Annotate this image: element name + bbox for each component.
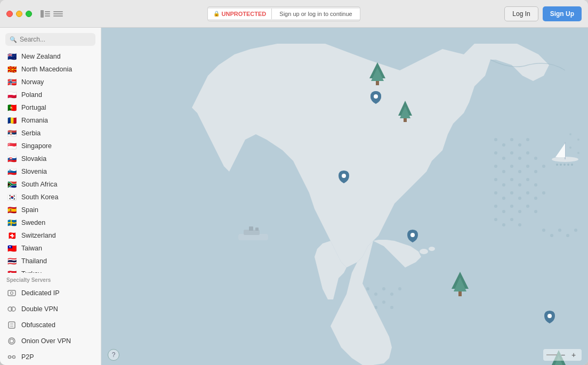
titlebar: 🔒 UNPROTECTED Sign up or log in to conti… [0,0,588,28]
specialty-item[interactable]: Obfuscated [0,317,101,333]
list-icon[interactable] [53,10,63,18]
svg-point-51 [494,205,497,208]
svg-rect-0 [41,10,44,18]
country-item[interactable]: 🇨🇭Switzerland [0,229,101,242]
country-item[interactable]: 🇳🇿New Zealand [0,50,101,63]
specialty-item[interactable]: Double VPN [0,301,101,317]
country-flag: 🇹🇼 [6,245,17,252]
country-flag: 🇨🇭 [6,232,17,239]
country-item[interactable]: 🇳🇴Norway [0,76,101,88]
country-name: Slovakia [21,155,46,163]
bottom-bar: ? − + [101,349,588,361]
svg-point-31 [494,165,497,168]
svg-point-108 [410,233,415,237]
country-item[interactable]: 🇪🇸Spain [0,204,101,216]
svg-rect-2 [45,13,50,14]
login-button[interactable]: Log In [504,6,538,21]
country-flag: 🇷🇴 [6,117,17,124]
country-name: Romania [21,117,48,124]
country-name: Sweden [21,219,45,226]
country-flag: 🇿🇦 [6,181,17,188]
svg-point-15 [10,339,14,343]
svg-point-37 [542,165,545,168]
sidebar-icon[interactable] [41,10,50,18]
svg-point-14 [9,338,15,344]
unprotected-label: UNPROTECTED [222,11,267,17]
svg-rect-6 [53,15,63,17]
sidebar-toggle-icons [41,10,63,18]
country-name: Poland [21,91,42,99]
svg-point-107 [342,174,346,178]
fullscreen-button[interactable] [26,11,32,17]
country-item[interactable]: 🇸🇬Singapore [0,140,101,152]
svg-point-59 [510,218,513,221]
svg-rect-83 [376,81,379,85]
svg-point-49 [534,197,537,200]
close-button[interactable] [6,11,13,17]
svg-point-16 [9,356,11,359]
svg-point-26 [502,157,505,160]
svg-rect-3 [45,15,50,17]
country-item[interactable]: 🇷🇴Romania [0,114,101,127]
zoom-out-button[interactable]: − [558,350,568,360]
specialty-item[interactable]: Onion Over VPN [0,333,101,349]
status-bar: 🔒 UNPROTECTED Sign up or log in to conti… [207,6,360,21]
svg-point-78 [577,152,579,154]
country-flag: 🇹🇭 [6,257,17,265]
traffic-lights [6,11,32,17]
zoom-separator-line [546,354,557,355]
country-name: North Macedonia [21,66,72,73]
specialty-item[interactable]: Dedicated IP [0,285,101,301]
country-item[interactable]: 🇰🇷South Korea [0,191,101,204]
svg-point-43 [534,183,537,186]
help-icon: ? [112,351,116,359]
country-item[interactable]: 🇸🇮Slovenia [0,165,101,178]
svg-point-36 [534,170,537,173]
svg-point-40 [510,178,513,181]
status-text: Sign up or log in to continue [279,11,352,17]
svg-point-99 [567,164,569,166]
country-item[interactable]: 🇹🇷Turkey [0,267,101,273]
search-box[interactable]: 🔍 [5,33,95,46]
svg-point-25 [494,151,497,155]
search-input[interactable] [20,36,100,43]
svg-point-57 [494,218,497,221]
svg-point-39 [502,183,505,186]
lock-icon: 🔒 [213,11,220,17]
signup-button[interactable]: Sign Up [543,6,582,21]
country-name: South Korea [21,193,59,201]
svg-point-23 [518,143,521,147]
country-flag: 🇸🇮 [6,168,17,175]
country-item[interactable]: 🇷🇸Serbia [0,127,101,140]
help-button[interactable]: ? [108,349,119,361]
country-item[interactable]: 🇵🇱Poland [0,88,101,101]
country-item[interactable]: 🇸🇰Slovakia [0,152,101,165]
minimize-button[interactable] [16,11,22,17]
svg-point-68 [382,287,385,290]
country-item[interactable]: 🇵🇹Portugal [0,101,101,114]
svg-point-97 [560,164,562,166]
svg-rect-11 [9,322,15,328]
svg-point-80 [429,247,435,251]
country-name: Taiwan [21,245,42,252]
zoom-in-button[interactable]: + [569,350,578,360]
specialty-icon [6,304,17,314]
country-item[interactable]: 🇲🇰North Macedonia [0,63,101,76]
country-item[interactable]: 🇿🇦South Africa [0,178,101,191]
svg-point-28 [518,157,521,160]
country-item[interactable]: 🇹🇼Taiwan [0,242,101,255]
status-message: Sign up or log in to continue [272,9,359,19]
country-name: Thailand [21,257,47,265]
svg-rect-1 [45,11,50,12]
svg-point-30 [534,157,537,160]
svg-point-73 [382,301,385,304]
country-item[interactable]: 🇸🇪Sweden [0,216,101,229]
country-flag: 🇸🇰 [6,155,17,163]
svg-point-76 [577,139,579,141]
svg-point-45 [502,197,505,200]
svg-point-64 [566,234,569,237]
specialty-item[interactable]: P2P [0,349,101,365]
svg-point-46 [510,191,513,194]
specialty-name: Obfuscated [21,321,55,329]
country-item[interactable]: 🇹🇭Thailand [0,255,101,267]
